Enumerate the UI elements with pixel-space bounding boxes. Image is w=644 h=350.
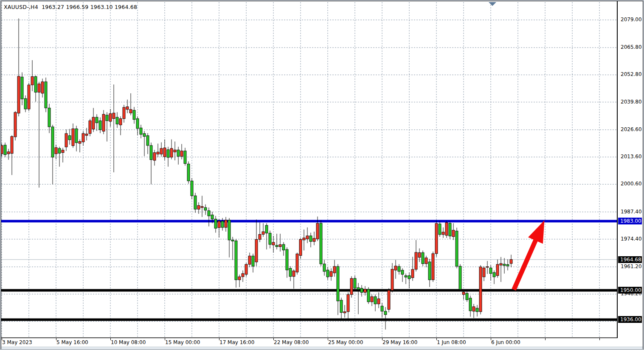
candle [51, 127, 54, 157]
candle [41, 82, 44, 93]
candle [116, 117, 118, 124]
candle [184, 151, 186, 164]
candle [323, 264, 326, 272]
candle [449, 223, 451, 236]
candle [248, 256, 251, 264]
candle [265, 225, 268, 233]
candle [235, 241, 237, 280]
candle [191, 181, 193, 196]
candle [92, 117, 95, 129]
candle [34, 76, 37, 92]
time-tick-label: 29 May 16:00 [382, 339, 417, 345]
time-tick-label: 1 Jun 08:00 [437, 339, 466, 345]
candle [292, 271, 295, 276]
arrow-shaft [514, 238, 536, 289]
time-tick-label: 3 May 2023 [2, 339, 32, 345]
time-axis[interactable]: 3 May 20235 May 16:0010 May 08:0015 May … [1, 338, 643, 347]
candle [55, 148, 57, 154]
candle [303, 238, 305, 240]
candle [432, 254, 434, 280]
candle [17, 76, 20, 113]
candle [214, 219, 217, 228]
candle [377, 299, 380, 304]
candle [391, 269, 394, 290]
price-level-badge-1936.00: 1936.00 [618, 316, 642, 323]
candle [405, 276, 407, 277]
candle [343, 312, 346, 313]
price-tick-label: 2026.60 [621, 126, 642, 133]
candle [204, 207, 207, 210]
time-tick-label: 15 May 00:00 [165, 339, 200, 345]
candle [367, 289, 370, 302]
candle [123, 107, 125, 119]
candle [462, 292, 465, 294]
price-tick-label: 1987.40 [621, 209, 642, 215]
price-tick-label: 1961.20 [621, 263, 642, 270]
price-tick-label: 2013.60 [621, 154, 642, 160]
candle [472, 307, 475, 311]
time-tick-label: 17 May 16:00 [219, 339, 254, 345]
candle [38, 84, 40, 92]
candle [479, 267, 482, 312]
candle [170, 148, 173, 157]
chart-shift-marker-icon[interactable] [489, 2, 496, 6]
price-axis[interactable]: 2079.002065.802052.802039.802026.602013.… [618, 1, 643, 338]
chart-ohlc-title: XAUUSD-,H4 1963.27 1966.59 1963.10 1964.… [4, 4, 137, 10]
support-line-1936.00[interactable] [1, 318, 617, 321]
candle [153, 153, 156, 160]
candle [503, 264, 506, 266]
candle [262, 232, 264, 234]
candle [306, 236, 309, 239]
candle [82, 134, 84, 142]
candle [48, 108, 51, 126]
price-tick-label: 1974.40 [621, 236, 642, 242]
candle [106, 115, 108, 120]
candle [469, 298, 472, 311]
time-tick-label: 6 Jun 00:00 [491, 339, 520, 345]
candle [347, 294, 349, 312]
candle [445, 223, 448, 235]
candle [259, 234, 261, 239]
support-line-1950.00[interactable] [1, 289, 617, 291]
candle [316, 223, 319, 239]
candle [177, 150, 180, 156]
candle [167, 150, 169, 157]
resistance-line-1983.00[interactable] [1, 220, 617, 222]
price-tick-label: 2052.80 [621, 71, 642, 78]
candle [510, 260, 512, 263]
candle [24, 98, 27, 109]
candle [394, 266, 397, 270]
candle [422, 252, 424, 263]
candle [21, 77, 23, 99]
candle [11, 137, 13, 154]
candle [1, 146, 3, 154]
candle [208, 211, 210, 216]
price-level-badge-1950.00: 1950.00 [618, 287, 642, 294]
candle [150, 146, 152, 160]
gridlines [1, 2, 617, 337]
candle [364, 289, 366, 292]
candle [201, 207, 203, 207]
candle [174, 150, 176, 152]
price-level-badge-1964.68: 1964.68 [618, 256, 642, 263]
candle [320, 223, 322, 264]
trend-arrow[interactable] [514, 220, 544, 290]
candle [357, 288, 360, 289]
candle [286, 249, 288, 270]
candle [4, 145, 6, 155]
candle [163, 148, 166, 157]
candle [180, 151, 183, 157]
candle [238, 277, 241, 280]
candle [483, 268, 485, 277]
candle [337, 266, 339, 301]
candle [401, 270, 404, 274]
candle [102, 114, 105, 131]
candle [309, 236, 312, 241]
chart-plot-area[interactable] [1, 1, 618, 338]
candle [428, 262, 431, 280]
candle [187, 164, 190, 181]
arrow-head [528, 220, 544, 244]
candle [374, 297, 377, 304]
candle [425, 258, 427, 264]
candle [354, 278, 356, 288]
